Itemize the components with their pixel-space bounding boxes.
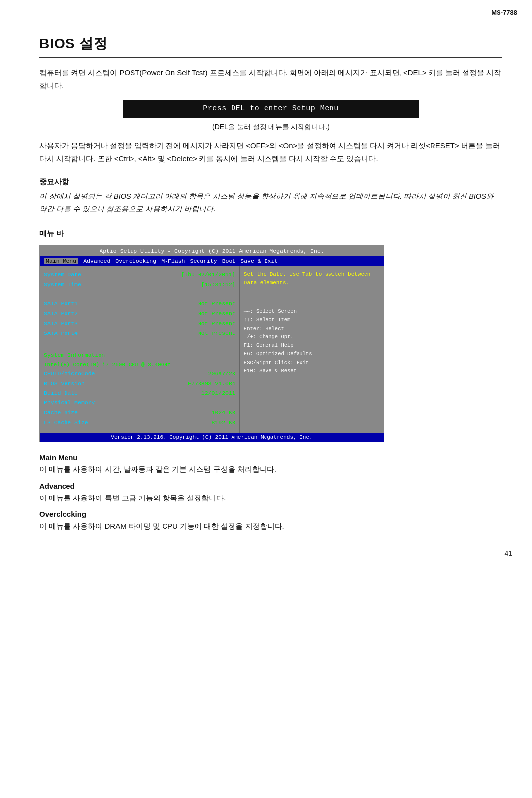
bios-row-l3: L3 Cache Size 8192 KB xyxy=(44,418,235,428)
system-date-label: System Date xyxy=(44,270,81,280)
bios-key-item: F6: Optimized Defaults xyxy=(244,350,380,358)
press-del-box: Press DEL to enter Setup Menu xyxy=(123,100,419,118)
bios-left-panel: System Date [Thu 02/01/2011] System Time… xyxy=(40,266,239,433)
bios-row-sata2: SATA Port2 Not Present xyxy=(44,309,235,319)
build-date-value: 12/01/2011 xyxy=(201,389,235,398)
system-time-label: System Time xyxy=(44,280,81,290)
page-title: BIOS 설정 xyxy=(39,34,502,53)
important-text: 이 장에서 설명되는 각 BIOS 캐터고리 아래의 항목은 시스템 성능을 향… xyxy=(39,190,502,215)
cache-size-value: 1024 KB xyxy=(212,408,235,418)
bios-row-sysdate: System Date [Thu 02/01/2011] xyxy=(44,270,235,280)
title-divider xyxy=(39,57,502,58)
desc-heading: Main Menu xyxy=(39,453,502,462)
bios-key-item: Enter: Select xyxy=(244,325,380,333)
sata3-value: Not Present xyxy=(198,319,235,329)
bios-body: System Date [Thu 02/01/2011] System Time… xyxy=(40,266,384,433)
bios-key-item: F1: General Help xyxy=(244,341,380,350)
bios-key-item: ↑↓: Select Item xyxy=(244,316,380,324)
bios-right-panel: Set the Date. Use Tab to switch between … xyxy=(239,266,384,433)
desc-text: 이 메뉴를 사용하여 DRAM 타이밍 및 CPU 기능에 대한 설정을 지정합… xyxy=(39,520,502,532)
cpuid-label: CPUID/MicroCode xyxy=(44,369,95,379)
build-date-label: Build Date xyxy=(44,389,78,398)
intro-para1: 컴퓨터를 켜면 시스템이 POST(Power On Self Test) 프로… xyxy=(39,66,502,92)
page-number: 41 xyxy=(504,549,512,557)
bios-key-item: →←: Select Screen xyxy=(244,307,380,316)
warning-text: 사용자가 응답하거나 설정을 입력하기 전에 메시지가 사라지면 <OFF>와 … xyxy=(39,139,502,166)
important-heading: 중요사항 xyxy=(39,177,502,187)
desc-heading: Advanced xyxy=(39,482,502,490)
cpu-info: Intel(R) Core(TM) i7-2600 CPU @ 3.40GHz xyxy=(44,360,235,369)
bios-row-cpuid: CPUID/MicroCode 206a7/23 xyxy=(44,369,235,379)
bios-menu-mflash[interactable]: M-Flash xyxy=(161,258,185,264)
desc-text: 이 메뉴를 사용하여 시간, 날짜등과 같은 기본 시스템 구성을 처리합니다. xyxy=(39,463,502,476)
bios-key-item: F10: Save & Reset xyxy=(244,367,380,375)
page-wrapper: MS-7788 BIOS 설정 컴퓨터를 켜면 시스템이 POST(Power … xyxy=(0,0,532,572)
bios-ver-label: BIOS Version xyxy=(44,379,85,389)
l3-cache-label: L3 Cache Size xyxy=(44,418,88,428)
phys-mem-label: Physical Memory xyxy=(44,399,95,408)
sata1-label: SATA Port1 xyxy=(44,299,78,309)
bios-row-sata4: SATA Port4 Not Present xyxy=(44,329,235,338)
bios-menu-security[interactable]: Security xyxy=(190,258,217,264)
system-date-value: [Thu 02/01/2011] xyxy=(181,270,235,280)
descriptions-list: Main Menu이 메뉴를 사용하여 시간, 날짜등과 같은 기본 시스템 구… xyxy=(39,453,502,532)
cache-size-label: Cache Size xyxy=(44,408,78,418)
model-label: MS-7788 xyxy=(491,9,517,16)
bios-row-biosver: BIOS Version E7788MS V1.0B4 xyxy=(44,379,235,389)
bios-title-bar: Aptio Setup Utility - Copyright (C) 2011… xyxy=(40,246,384,256)
bios-row-sata1: SATA Port1 Not Present xyxy=(44,299,235,309)
bios-row-physmem: Physical Memory xyxy=(44,399,235,408)
bios-menu-advanced[interactable]: Advanced xyxy=(83,258,110,264)
sata4-label: SATA Port4 xyxy=(44,329,78,338)
desc-heading: Overclocking xyxy=(39,510,502,518)
sata3-label: SATA Port3 xyxy=(44,319,78,329)
bios-screenshot: Aptio Setup Utility - Copyright (C) 2011… xyxy=(39,245,384,443)
cpuid-value: 206a7/23 xyxy=(208,369,235,379)
bios-ver-value: E7788MS V1.0B4 xyxy=(188,379,235,389)
bios-key-item: ESC/Right Click: Exit xyxy=(244,359,380,367)
descriptions-section: Main Menu이 메뉴를 사용하여 시간, 날짜등과 같은 기본 시스템 구… xyxy=(39,453,502,532)
bios-row-systime: System Time [15:31:12] xyxy=(44,280,235,290)
bios-right-desc: Set the Date. Use Tab to switch between … xyxy=(244,270,380,288)
menu-bar-heading: 메뉴 바 xyxy=(39,229,502,238)
del-caption: (DEL을 눌러 설정 메뉴를 시작합니다.) xyxy=(39,123,502,132)
sata2-label: SATA Port2 xyxy=(44,309,78,319)
sata2-value: Not Present xyxy=(198,309,235,319)
bios-keys: →←: Select Screen↑↓: Select ItemEnter: S… xyxy=(244,307,380,376)
system-time-value: [15:31:12] xyxy=(201,280,235,290)
bios-row-sata3: SATA Port3 Not Present xyxy=(44,319,235,329)
bios-menu-boot[interactable]: Boot xyxy=(222,258,236,264)
bios-menu-overclocking[interactable]: Overclocking xyxy=(115,258,156,264)
desc-text: 이 메뉴를 사용하여 특별 고급 기능의 항목을 설정합니다. xyxy=(39,492,502,504)
bios-menu-save-exit[interactable]: Save & Exit xyxy=(240,258,278,264)
bios-row-builddate: Build Date 12/01/2011 xyxy=(44,389,235,398)
sata4-value: Not Present xyxy=(198,329,235,338)
l3-cache-value: 8192 KB xyxy=(212,418,235,428)
bios-footer: Version 2.13.216. Copyright (C) 2011 Ame… xyxy=(40,433,384,442)
sata1-value: Not Present xyxy=(198,299,235,309)
sys-info-heading: System Information xyxy=(44,351,235,360)
bios-menu-bar: Main Menu Advanced Overclocking M-Flash … xyxy=(40,256,384,266)
bios-menu-main[interactable]: Main Menu xyxy=(44,258,78,264)
bios-row-cache: Cache Size 1024 KB xyxy=(44,408,235,418)
bios-key-item: -/+: Change Opt. xyxy=(244,333,380,341)
